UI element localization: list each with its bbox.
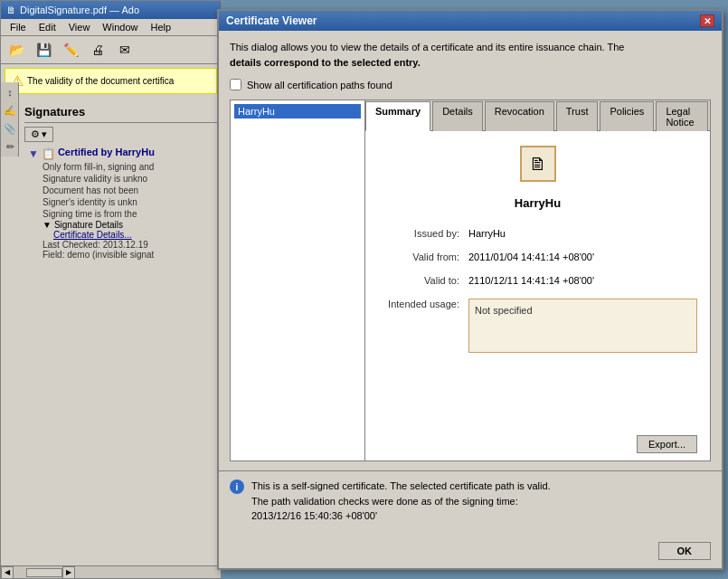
cert-name-display: HarryHu (378, 196, 697, 210)
sig-sub-item-0: Only form fill-in, signing and (43, 161, 217, 173)
last-checked: Last Checked: 2013.12.19 (24, 240, 217, 250)
tab-details[interactable]: Details (432, 101, 483, 131)
cert-description: This dialog allows you to view the detai… (230, 40, 711, 70)
acrobat-title-text: DigitalSignature.pdf — Ado (20, 5, 139, 15)
cert-ok-area: OK (219, 536, 722, 565)
cert-detail-panel: Summary Details Revocation Trust Policie… (365, 100, 711, 461)
issued-by-label: Issued by: (378, 228, 468, 239)
cert-info-row: i This is a self-signed certificate. The… (230, 479, 711, 524)
menu-view[interactable]: View (63, 21, 96, 33)
left-icon-edit2[interactable]: ✏ (2, 138, 18, 155)
sig-sub-item-4: Signing time is from the (43, 208, 217, 220)
warning-bar: ⚠ The validity of the document certifica (5, 68, 217, 94)
sig-sub-item-3: Signer's identity is unkn (43, 196, 217, 208)
signature-tree: ▼ 📋 Certified by HarryHu Only form fill-… (24, 146, 217, 260)
field-label: Field: demo (invisible signat (24, 250, 217, 260)
cert-tab-summary-content: 🗎 HarryHu Issued by: HarryHu Valid from:… (365, 131, 710, 428)
valid-to-label: Valid to: (378, 275, 468, 286)
cert-checkbox-row: Show all certification paths found (230, 79, 711, 90)
acrobat-toolbar: 📂 💾 ✏️ 🖨 ✉ (1, 36, 221, 64)
acrobat-title-icon: 🗎 (6, 5, 16, 15)
show-all-paths-checkbox[interactable] (230, 79, 241, 90)
left-icon-attach[interactable]: 📎 (2, 120, 18, 137)
cert-tree-panel: HarryHu (230, 100, 365, 461)
cert-dialog-body: This dialog allows you to view the detai… (219, 31, 722, 470)
sidebar-toolbar: ⚙ ▾ (24, 127, 217, 142)
signatures-sidebar: Signatures ⚙ ▾ ▼ 📋 Certified by HarryHu … (21, 98, 221, 263)
scrollbar-thumb[interactable] (26, 568, 62, 577)
toolbar-open-btn[interactable]: 📂 (4, 39, 29, 61)
cert-details-link[interactable]: Certificate Details... (53, 230, 132, 240)
sidebar-toolbar-icon: ⚙ (31, 128, 40, 140)
export-button[interactable]: Export... (637, 435, 697, 453)
cert-icon: 📋 (42, 147, 55, 160)
info-line2: The path validation checks were done as … (251, 494, 551, 509)
cert-dialog-title: Certificate Viewer (226, 14, 317, 27)
intended-usage-row: Intended usage: Not specified (378, 299, 697, 353)
valid-from-label: Valid from: (378, 252, 468, 262)
issued-by-row: Issued by: HarryHu (378, 228, 697, 239)
valid-from-value: 2011/01/04 14:41:14 +08'00' (468, 252, 697, 262)
valid-to-value: 2110/12/11 14:41:14 +08'00' (468, 275, 697, 286)
toolbar-email-btn[interactable]: ✉ (112, 39, 137, 61)
menu-window[interactable]: Window (97, 21, 143, 33)
valid-to-row: Valid to: 2110/12/11 14:41:14 +08'00' (378, 275, 697, 286)
info-line3: 2013/12/16 15:40:36 +08'00' (251, 508, 551, 524)
show-all-paths-label: Show all certification paths found (247, 80, 392, 90)
sig-detail-label: Signature Details (54, 220, 123, 230)
cert-dialog-titlebar: Certificate Viewer ✕ (219, 11, 722, 31)
cert-bottom-info: i This is a self-signed certificate. The… (219, 470, 722, 536)
toolbar-save-btn[interactable]: 💾 (31, 39, 56, 61)
toolbar-print-btn[interactable]: 🖨 (85, 39, 110, 61)
menu-file[interactable]: File (5, 21, 32, 33)
warning-text: The validity of the document certifica (27, 76, 174, 86)
info-text: This is a self-signed certificate. The s… (251, 479, 551, 524)
left-icon-sig[interactable]: ✍ (2, 102, 18, 119)
acrobat-window: 🗎 DigitalSignature.pdf — Ado File Edit V… (0, 0, 222, 579)
acrobat-menubar: File Edit View Window Help (1, 19, 221, 36)
sig-tree-main[interactable]: ▼ 📋 Certified by HarryHu (24, 146, 217, 161)
left-icon-nav[interactable]: ↕ (2, 84, 18, 100)
ok-button[interactable]: OK (658, 542, 712, 560)
scroll-left-arrow[interactable]: ◀ (1, 566, 14, 579)
cert-export-row: Export... (365, 428, 710, 460)
sig-detail-section: ▼ Signature Details Certificate Details.… (24, 220, 217, 240)
menu-edit[interactable]: Edit (33, 21, 61, 33)
sig-sub-item-2: Document has not been (43, 185, 217, 196)
toolbar-edit-btn[interactable]: ✏️ (58, 39, 83, 61)
cert-content-area: HarryHu Summary Details Revocation Trust… (230, 100, 711, 461)
sig-main-label: Certified by HarryHu (58, 147, 155, 157)
sidebar-toolbar-arrow: ▾ (42, 128, 47, 140)
cert-expand-icon: ▼ (28, 147, 39, 160)
cert-desc-line1: This dialog allows you to view the detai… (230, 42, 624, 52)
cert-icon-box: 🗎 (520, 146, 556, 182)
cert-details-link-container: Certificate Details... (43, 230, 217, 240)
tab-trust[interactable]: Trust (556, 101, 599, 131)
info-icon: i (230, 479, 244, 494)
valid-from-row: Valid from: 2011/01/04 14:41:14 +08'00' (378, 252, 697, 262)
cert-desc-line2: details correspond to the selected entry… (230, 57, 421, 68)
cert-tabs: Summary Details Revocation Trust Policie… (365, 100, 710, 131)
sig-sub-items: Only form fill-in, signing and Signature… (24, 161, 217, 220)
tab-revocation[interactable]: Revocation (485, 101, 554, 131)
intended-usage-label: Intended usage: (378, 299, 468, 353)
intended-usage-box: Not specified (468, 299, 697, 353)
certificate-viewer-dialog: Certificate Viewer ✕ This dialog allows … (217, 9, 723, 570)
sig-sub-item-1: Signature validity is unkno (43, 173, 217, 185)
sidebar-toolbar-dropdown[interactable]: ⚙ ▾ (24, 127, 53, 142)
menu-help[interactable]: Help (145, 21, 176, 33)
acrobat-titlebar: 🗎 DigitalSignature.pdf — Ado (1, 1, 221, 19)
cert-dialog-close-btn[interactable]: ✕ (700, 14, 714, 27)
horizontal-scrollbar[interactable]: ◀ ▶ (1, 565, 221, 578)
scroll-right-arrow[interactable]: ▶ (62, 566, 75, 579)
left-icon-strip: ↕ ✍ 📎 ✏ (1, 82, 19, 157)
tab-policies[interactable]: Policies (600, 101, 654, 131)
tab-legal-notice[interactable]: Legal Notice (656, 101, 708, 131)
issued-by-value: HarryHu (468, 228, 697, 239)
tab-summary[interactable]: Summary (365, 101, 430, 131)
info-line1: This is a self-signed certificate. The s… (251, 479, 551, 494)
sig-detail-title[interactable]: ▼ Signature Details (43, 220, 217, 230)
sig-detail-expand-icon: ▼ (43, 220, 52, 230)
cert-icon-row: 🗎 (378, 146, 697, 182)
cert-tree-harryhu[interactable]: HarryHu (234, 104, 361, 119)
